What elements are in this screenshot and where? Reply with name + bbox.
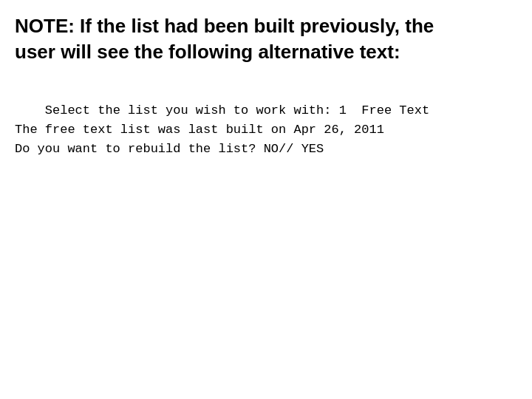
terminal-line2: The free text list was last built on Apr…	[15, 123, 384, 137]
terminal-line3: Do you want to rebuild the list? NO// YE…	[15, 142, 324, 156]
heading-line1: NOTE: If the list had been built previou…	[15, 15, 434, 37]
page-container: NOTE: If the list had been built previou…	[0, 0, 532, 399]
note-heading: NOTE: If the list had been built previou…	[15, 13, 517, 65]
heading-line2: user will see the following alternative …	[15, 41, 400, 63]
terminal-line1: Select the list you wish to work with: 1…	[45, 103, 429, 117]
terminal-block: Select the list you wish to work with: 1…	[15, 81, 517, 179]
